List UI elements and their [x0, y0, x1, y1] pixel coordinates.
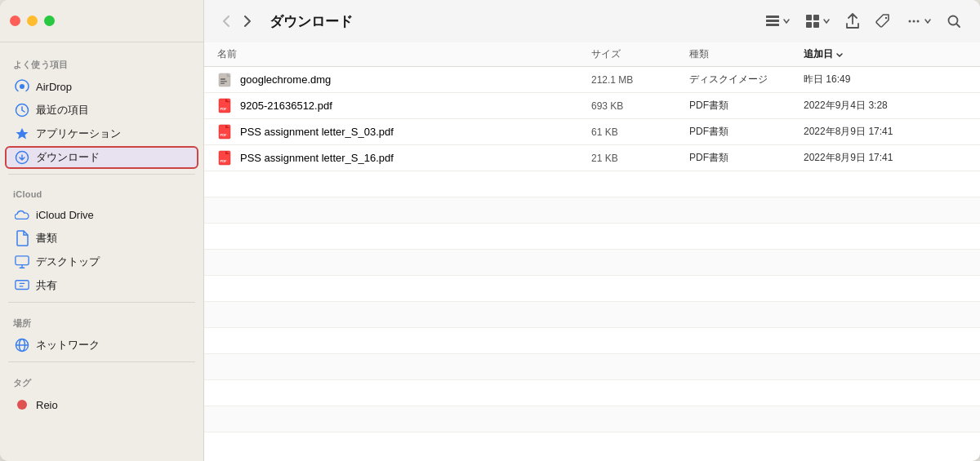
- svg-rect-19: [220, 78, 225, 80]
- sidebar-divider-1: [8, 174, 195, 175]
- empty-row: [204, 354, 980, 380]
- svg-rect-4: [813, 15, 819, 20]
- section-label-favorites: よく使う項目: [0, 49, 203, 74]
- maximize-button[interactable]: [44, 16, 55, 26]
- dmg-icon: [217, 72, 234, 88]
- file-name-cell: PDF 9205-21636512.pdf: [217, 98, 591, 114]
- pdf-icon: PDF: [217, 124, 234, 140]
- svg-rect-2: [766, 24, 779, 26]
- sidebar-divider-3: [8, 361, 195, 362]
- sidebar-item-recents[interactable]: 最近の項目: [5, 99, 198, 122]
- forward-button[interactable]: [238, 11, 256, 31]
- section-label-tags: タグ: [0, 367, 203, 392]
- empty-row: [204, 302, 980, 328]
- file-name: 9205-21636512.pdf: [240, 100, 332, 112]
- applications-icon: [15, 126, 29, 141]
- empty-row: [204, 328, 980, 354]
- svg-text:PDF: PDF: [220, 133, 228, 137]
- file-size: 61 KB: [591, 126, 689, 138]
- shared-icon: [15, 278, 29, 293]
- empty-row: [204, 406, 980, 432]
- share-button[interactable]: [840, 9, 866, 33]
- file-row[interactable]: PDF PSS assignment letter_S_16.pdf 21 KB…: [204, 145, 980, 171]
- toolbar: ダウンロード: [204, 0, 980, 42]
- file-list: googlechrome.dmg 212.1 MB ディスクイメージ 昨日 16…: [204, 67, 980, 461]
- minimize-button[interactable]: [27, 16, 38, 26]
- file-name-cell: PDF PSS assignment letter_S_03.pdf: [217, 124, 591, 140]
- sidebar-item-desktop[interactable]: デスクトップ: [5, 250, 198, 273]
- sidebar-item-airdrop[interactable]: AirDrop: [5, 75, 198, 98]
- search-button[interactable]: [941, 10, 967, 33]
- tag-button[interactable]: [869, 9, 897, 33]
- sidebar-item-shared[interactable]: 共有: [5, 274, 198, 297]
- empty-row: [204, 197, 980, 224]
- file-type: ディスクイメージ: [689, 73, 804, 86]
- traffic-lights: [10, 16, 55, 26]
- header-size[interactable]: サイズ: [591, 47, 689, 61]
- sidebar-item-icloud-drive[interactable]: iCloud Drive: [5, 203, 198, 226]
- file-name: PSS assignment letter_S_03.pdf: [240, 126, 394, 138]
- section-label-icloud: iCloud: [0, 180, 203, 202]
- grid-view-button[interactable]: [800, 10, 836, 33]
- svg-rect-5: [806, 22, 812, 28]
- empty-row: [204, 250, 980, 276]
- documents-icon: [15, 231, 29, 246]
- sidebar-item-tag-red-label: Reio: [36, 399, 58, 411]
- sidebar-item-tag-red[interactable]: Reio: [5, 393, 198, 416]
- sidebar-item-downloads[interactable]: ダウンロード: [5, 146, 198, 169]
- sidebar-item-applications-label: アプリケーション: [36, 126, 121, 141]
- svg-point-8: [909, 20, 911, 23]
- svg-point-11: [949, 16, 958, 25]
- empty-row: [204, 380, 980, 406]
- sidebar: よく使う項目 AirDrop 最近の項目: [0, 42, 204, 461]
- sidebar-divider-2: [8, 302, 195, 303]
- sidebar-item-applications[interactable]: アプリケーション: [5, 122, 198, 145]
- airdrop-icon: [15, 79, 29, 94]
- file-type: PDF書類: [689, 125, 804, 139]
- svg-text:PDF: PDF: [220, 107, 228, 111]
- close-button[interactable]: [10, 16, 20, 26]
- svg-rect-6: [813, 22, 819, 28]
- header-type[interactable]: 種類: [689, 47, 804, 61]
- file-size: 693 KB: [591, 100, 689, 112]
- file-row[interactable]: PDF 9205-21636512.pdf 693 KB PDF書類 2022年…: [204, 93, 980, 119]
- svg-rect-14: [16, 256, 29, 265]
- file-name-cell: googlechrome.dmg: [217, 72, 591, 88]
- list-view-button[interactable]: [760, 11, 796, 32]
- file-row[interactable]: PDF PSS assignment letter_S_03.pdf 61 KB…: [204, 119, 980, 145]
- section-label-places: 場所: [0, 308, 203, 333]
- svg-rect-3: [806, 15, 812, 20]
- svg-point-10: [917, 20, 920, 23]
- tag-red-icon: [15, 397, 29, 412]
- svg-rect-21: [220, 82, 225, 84]
- sidebar-item-desktop-label: デスクトップ: [36, 255, 100, 269]
- svg-rect-15: [16, 281, 29, 290]
- sidebar-item-documents[interactable]: 書類: [5, 227, 198, 250]
- file-type: PDF書類: [689, 151, 804, 165]
- sidebar-item-downloads-label: ダウンロード: [36, 150, 100, 165]
- file-date: 2022年9月4日 3:28: [804, 99, 967, 113]
- finder-window: ダウンロード: [0, 0, 980, 461]
- svg-rect-20: [220, 81, 227, 82]
- file-size: 212.1 MB: [591, 74, 689, 86]
- toolbar-actions: [760, 9, 967, 33]
- svg-point-7: [885, 17, 887, 19]
- header-date[interactable]: 追加日: [804, 47, 967, 61]
- back-button[interactable]: [217, 11, 235, 31]
- sidebar-item-shared-label: 共有: [36, 278, 57, 293]
- nav-buttons: [217, 11, 256, 31]
- main-content: よく使う項目 AirDrop 最近の項目: [0, 42, 980, 461]
- pdf-icon: PDF: [217, 150, 234, 166]
- file-row[interactable]: googlechrome.dmg 212.1 MB ディスクイメージ 昨日 16…: [204, 67, 980, 93]
- file-area: 名前 サイズ 種類 追加日: [204, 42, 980, 461]
- sidebar-item-airdrop-label: AirDrop: [36, 81, 72, 93]
- file-date: 昨日 16:49: [804, 73, 967, 86]
- header-name[interactable]: 名前: [217, 47, 591, 61]
- sidebar-item-network[interactable]: ネットワーク: [5, 334, 198, 357]
- file-size: 21 KB: [591, 153, 689, 164]
- file-name-cell: PDF PSS assignment letter_S_16.pdf: [217, 150, 591, 166]
- svg-text:PDF: PDF: [220, 159, 228, 163]
- file-type: PDF書類: [689, 99, 804, 113]
- more-button[interactable]: [900, 9, 938, 33]
- file-date: 2022年8月9日 17:41: [804, 125, 967, 139]
